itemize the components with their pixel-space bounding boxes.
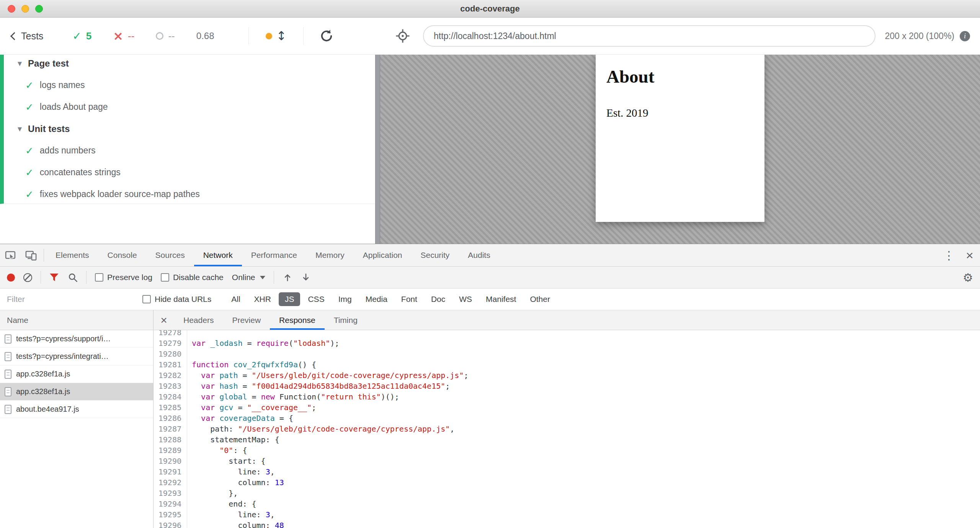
auto-scroll-indicator[interactable]: ↕ <box>266 30 286 42</box>
test-name: adds numbers <box>40 145 96 156</box>
code-line: var coverageData = { <box>192 413 980 424</box>
test-list: ▾Page test✓logs names✓loads About page▾U… <box>0 55 375 204</box>
preserve-log-toggle[interactable]: Preserve log <box>95 273 152 282</box>
devtools-tab-elements[interactable]: Elements <box>46 244 98 266</box>
test-stats: ✓ 5 × -- -- 0.68 <box>72 30 214 42</box>
preserve-log-label: Preserve log <box>107 273 152 282</box>
restart-tests-button[interactable] <box>319 28 334 44</box>
code-line: var _lodash = require("lodash"); <box>192 338 980 349</box>
back-to-tests-button[interactable]: Tests <box>11 31 43 42</box>
code-line: }, <box>192 488 980 499</box>
throttling-select[interactable]: Online <box>232 273 265 282</box>
test-name: logs names <box>40 80 85 90</box>
test-item[interactable]: ✓loads About page <box>4 96 375 118</box>
devtools-tab-memory[interactable]: Memory <box>306 244 354 266</box>
type-filter-img[interactable]: Img <box>332 292 358 306</box>
test-item[interactable]: ✓adds numbers <box>4 140 375 161</box>
info-icon[interactable]: i <box>960 31 970 41</box>
type-filter-all[interactable]: All <box>225 292 246 306</box>
pass-check-icon: ✓ <box>25 189 34 200</box>
devtools-tab-security[interactable]: Security <box>411 244 459 266</box>
app-window: code-coverage Tests ✓ 5 × -- -- <box>0 0 980 528</box>
request-row[interactable]: tests?p=cypress/support/i… <box>0 330 153 348</box>
request-name: app.c328ef1a.js <box>16 387 70 396</box>
line-number: 19290 <box>157 456 181 466</box>
zoom-window-button[interactable] <box>35 5 43 13</box>
collapse-caret-icon: ▾ <box>18 124 22 134</box>
test-item[interactable]: ✓concatenates strings <box>4 161 375 183</box>
inspect-element-button[interactable] <box>0 244 21 266</box>
suite-header[interactable]: ▾Page test <box>4 55 375 74</box>
detail-tab-preview[interactable]: Preview <box>223 310 270 330</box>
crosshair-icon <box>395 29 410 43</box>
request-row[interactable]: app.c328ef1a.js <box>0 383 153 401</box>
arrow-up-icon <box>283 272 292 282</box>
request-row[interactable]: tests?p=cypress/integrati… <box>0 348 153 365</box>
hide-data-urls-toggle[interactable]: Hide data URLs <box>142 295 211 304</box>
type-filter-ws[interactable]: WS <box>453 292 478 306</box>
dropdown-caret-icon <box>260 276 265 279</box>
line-number: 19292 <box>157 477 181 488</box>
suite-header[interactable]: ▾Unit tests <box>4 118 375 140</box>
request-row[interactable]: app.c328ef1a.js <box>0 365 153 383</box>
test-item[interactable]: ✓fixes webpack loader source-map pathes <box>4 183 375 205</box>
devtools-tab-network[interactable]: Network <box>194 244 242 266</box>
import-har-button[interactable] <box>283 272 292 282</box>
divider <box>303 27 304 45</box>
devtools-tabbar-tabs: ElementsConsoleSourcesNetworkPerformance… <box>46 244 500 266</box>
filter-input[interactable] <box>6 294 136 304</box>
type-filter-css[interactable]: CSS <box>302 292 330 306</box>
line-number: 19278 <box>157 330 181 338</box>
type-filter-js[interactable]: JS <box>279 292 301 306</box>
device-toolbar-button[interactable] <box>21 244 41 266</box>
throttling-value: Online <box>232 273 255 282</box>
type-filter-media[interactable]: Media <box>359 292 394 306</box>
devtools-tabbar: ElementsConsoleSourcesNetworkPerformance… <box>0 244 980 267</box>
runner-main: ▾Page test✓logs names✓loads About page▾U… <box>0 55 980 244</box>
test-item[interactable]: ✓logs names <box>4 74 375 96</box>
devtools-tab-console[interactable]: Console <box>98 244 146 266</box>
network-settings-gear-icon[interactable]: ⚙ <box>963 271 973 284</box>
type-filter-doc[interactable]: Doc <box>425 292 451 306</box>
type-filter-other[interactable]: Other <box>524 292 556 306</box>
type-filter-xhr[interactable]: XHR <box>248 292 277 306</box>
code-line: var hash = "f00d14ad294db65834bd8a3e125a… <box>192 381 980 391</box>
devtools-tab-audits[interactable]: Audits <box>459 244 499 266</box>
export-har-button[interactable] <box>301 272 311 282</box>
preserve-log-checkbox[interactable] <box>95 273 103 282</box>
detail-close-button[interactable]: × <box>154 310 174 330</box>
disable-cache-checkbox[interactable] <box>161 273 169 282</box>
window-controls <box>8 5 43 13</box>
type-filter-manifest[interactable]: Manifest <box>480 292 522 306</box>
panel-splitter[interactable] <box>375 55 380 244</box>
request-row[interactable]: about.be4ea917.js <box>0 401 153 418</box>
detail-tab-headers[interactable]: Headers <box>174 310 223 330</box>
line-number: 19284 <box>157 391 181 402</box>
cypress-toolbar: Tests ✓ 5 × -- -- 0.68 ↕ <box>0 18 980 55</box>
close-window-button[interactable] <box>8 5 15 13</box>
detail-tab-timing[interactable]: Timing <box>325 310 367 330</box>
funnel-icon <box>49 273 59 282</box>
devtools-tab-sources[interactable]: Sources <box>146 244 194 266</box>
pass-check-icon: ✓ <box>25 145 34 156</box>
hide-data-urls-checkbox[interactable] <box>142 295 151 303</box>
clear-network-log-button[interactable] <box>23 273 32 282</box>
devtools-close-button[interactable]: × <box>959 244 980 266</box>
selector-playground-button[interactable] <box>395 29 410 43</box>
url-bar[interactable] <box>423 25 875 47</box>
search-button[interactable] <box>68 272 78 282</box>
runner-toolbar-right: 200 x 200 (100%) i <box>380 18 980 54</box>
devtools-tab-application[interactable]: Application <box>354 244 412 266</box>
disable-cache-toggle[interactable]: Disable cache <box>161 273 224 282</box>
minimize-window-button[interactable] <box>21 5 29 13</box>
record-network-log-button[interactable] <box>7 274 15 282</box>
devtools-tab-performance[interactable]: Performance <box>242 244 306 266</box>
divider <box>248 27 249 45</box>
name-column-header[interactable]: Name <box>0 310 153 330</box>
type-filter-font[interactable]: Font <box>395 292 423 306</box>
filter-button[interactable] <box>49 273 59 282</box>
detail-tab-response[interactable]: Response <box>270 310 325 330</box>
detail-tabs: × HeadersPreviewResponseTiming <box>154 310 980 330</box>
code-line: var path = "/Users/gleb/git/code-coverag… <box>192 370 980 381</box>
devtools-menu-button[interactable]: ⋮ <box>939 244 959 266</box>
